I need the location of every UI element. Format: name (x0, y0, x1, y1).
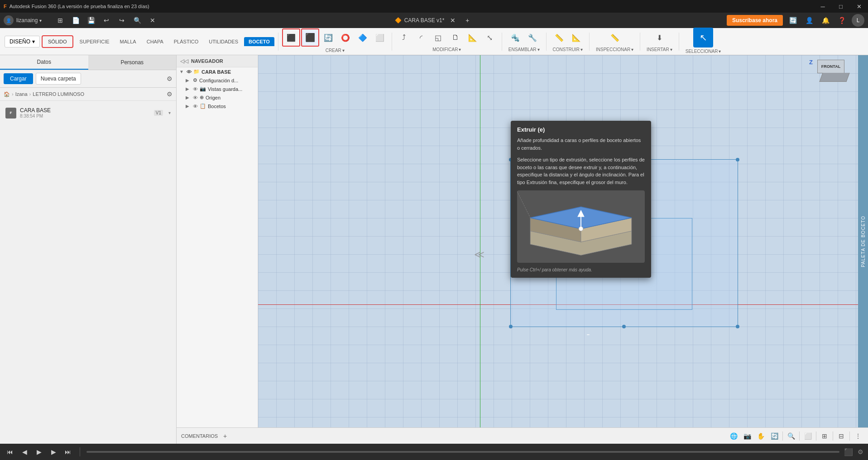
folder-settings-button[interactable]: ⚙ (167, 90, 173, 98)
tab-superficie[interactable]: SUPERFICIE (75, 37, 114, 46)
mode-tabs: SÓLIDO (42, 35, 73, 48)
vis-toggle-origen[interactable]: 👁 (193, 95, 198, 100)
tab-malla[interactable]: MALLA (115, 37, 141, 46)
close-doc-button[interactable]: ✕ (447, 14, 459, 26)
redo-button[interactable]: ↪ (116, 14, 128, 26)
assemble-tool-btn[interactable]: 🔩 (507, 29, 523, 46)
minimize-button[interactable]: ─ (814, 0, 832, 13)
ensamblar-dropdown-button[interactable]: ENSAMBLAR ▾ (506, 46, 542, 53)
chamfer-button[interactable]: ◱ (430, 29, 446, 46)
tab-utilidades[interactable]: UTILIDADES (204, 37, 243, 46)
add-comment-button[interactable]: + (223, 432, 227, 440)
nav-item-config[interactable]: ▶ ⚙ Configuración d... (177, 76, 258, 85)
settings-button[interactable]: ⚙ (167, 75, 173, 82)
rib-tool-button[interactable]: ⬜ (372, 29, 388, 46)
grid-menu-button[interactable]: ⊞ (54, 14, 66, 26)
nueva-carpeta-button[interactable]: Nueva carpeta (36, 73, 81, 85)
tab-datos[interactable]: Datos (0, 55, 88, 70)
timeline-last-button[interactable]: ⏭ (62, 446, 73, 457)
fillet-button[interactable]: ◜ (413, 29, 429, 46)
sketch-tool-button[interactable]: ⬛ (282, 28, 300, 47)
timeline-sketch-button[interactable]: ⬛ (843, 446, 854, 457)
subscribe-button[interactable]: Suscríbase ahora (727, 15, 783, 26)
version-arrow[interactable]: ▾ (168, 110, 171, 115)
construir-tool-btn[interactable]: 📏 (551, 29, 567, 46)
more-settings-button[interactable]: ⋮ (853, 431, 863, 441)
inspect-tool-btn[interactable]: 📏 (607, 29, 623, 46)
loft-tool-button[interactable]: 🔷 (355, 29, 371, 46)
orbit2-button[interactable]: 🔄 (769, 431, 780, 441)
account-button[interactable]: 👤 (803, 14, 815, 27)
close-button[interactable]: ✕ (850, 0, 868, 13)
cube-face-front[interactable]: FRONTAL (817, 60, 844, 73)
search-button[interactable]: 🔍 (131, 14, 143, 26)
construir-tool-btn-2[interactable]: 📐 (568, 29, 585, 46)
timeline-next-button[interactable]: ▶ (48, 446, 59, 457)
timeline-track[interactable] (86, 451, 839, 453)
cargar-button[interactable]: Cargar (4, 73, 33, 84)
user-profile-button[interactable]: L (852, 14, 864, 27)
vis-toggle-vistas[interactable]: 👁 (193, 86, 198, 92)
notifications-button[interactable]: 🔔 (819, 14, 832, 27)
select-tool-btn[interactable]: ↖ (693, 28, 713, 47)
file-item-cara-base[interactable]: F CARA BASE 8:38:54 PM V1 ▾ (4, 104, 173, 121)
sweep-tool-button[interactable]: ⭕ (337, 29, 354, 46)
breadcrumb-home[interactable]: 🏠 (4, 91, 10, 97)
inspeccionar-dropdown-button[interactable]: INSPECCIONAR ▾ (593, 46, 636, 53)
breadcrumb-letrero[interactable]: LETRERO LUMINOSO (33, 91, 84, 97)
orbit-button[interactable]: 🌐 (728, 431, 739, 441)
revolve-tool-button[interactable]: 🔄 (320, 29, 336, 46)
pan-button[interactable]: ✋ (755, 431, 766, 441)
press-pull-button[interactable]: ⤴ (396, 29, 412, 46)
save-button[interactable]: 💾 (85, 14, 97, 26)
assemble-tool-btn-2[interactable]: 🔧 (524, 29, 541, 46)
nav-item-vistas[interactable]: ▶ 👁 📷 Vistas guarda... (177, 85, 258, 93)
restore-button[interactable]: □ (832, 0, 850, 13)
nav-item-bocetos[interactable]: ▶ 👁 📋 Bocetos (177, 102, 258, 110)
design-dropdown-button[interactable]: DISEÑO ▾ (5, 36, 40, 47)
view-cube[interactable]: FRONTAL (817, 60, 844, 87)
timeline-settings-button[interactable]: ⚙ (858, 448, 863, 455)
view-settings-button[interactable]: ⊟ (836, 431, 847, 441)
vis-toggle-cara-base[interactable]: 👁 (187, 69, 192, 75)
nav-item-cara-base[interactable]: ▼ 👁 📁 CARA BASE (177, 67, 258, 76)
capture-button[interactable]: 📷 (742, 431, 753, 441)
modificar-dropdown-button[interactable]: MODIFICAR ▾ (430, 46, 464, 53)
viewport[interactable]: Z FRONTAL ≪ Extruir (e) Añade profundida… (258, 55, 858, 427)
scale-button[interactable]: ⤡ (482, 29, 498, 46)
breadcrumb-izana[interactable]: Izana (15, 91, 28, 97)
nav-item-origen[interactable]: ▶ 👁 ⊕ Origen (177, 93, 258, 102)
insertar-dropdown-button[interactable]: INSERTAR ▾ (644, 46, 675, 53)
vis-toggle-bocetos[interactable]: 👁 (193, 104, 198, 109)
timeline-prev-button[interactable]: ◀ (19, 446, 30, 457)
tab-solido[interactable]: SÓLIDO (43, 37, 72, 46)
close-search-button[interactable]: ✕ (147, 14, 158, 26)
help-button[interactable]: ❓ (835, 14, 848, 27)
user-dropdown-arrow[interactable]: ▾ (39, 18, 42, 23)
nav-arrows[interactable]: ≪ (474, 249, 484, 261)
vistas-icon: 📷 (200, 86, 206, 92)
extrude-tool-button[interactable]: ⬛ (301, 28, 319, 47)
crear-dropdown-button[interactable]: CREAR ▾ (323, 47, 347, 54)
help-refresh-button[interactable]: 🔄 (786, 14, 799, 27)
tab-chapa[interactable]: CHAPA (142, 37, 168, 46)
navigator-collapse-button[interactable]: ◁◁ (180, 58, 188, 64)
construir-dropdown-button[interactable]: CONSTRUIR ▾ (550, 46, 585, 53)
inspect-tools-row: 📏 (607, 29, 623, 46)
tab-plastico[interactable]: PLÁSTICO (169, 37, 203, 46)
tab-boceto[interactable]: BOCETO (244, 37, 274, 46)
timeline-first-button[interactable]: ⏮ (5, 446, 15, 457)
tab-personas[interactable]: Personas (88, 55, 177, 70)
file-menu-button[interactable]: 📄 (70, 14, 82, 26)
create-tools-row: ⬛ ⬛ 🔄 ⭕ 🔷 ⬜ (282, 28, 388, 47)
seleccionar-dropdown-button[interactable]: SELECCIONAR ▾ (683, 47, 724, 55)
display-settings-button[interactable]: ⬜ (802, 431, 813, 441)
shell-button[interactable]: 🗋 (447, 29, 464, 46)
grid-button[interactable]: ⊞ (819, 431, 830, 441)
zoom-button[interactable]: 🔍 (786, 431, 796, 441)
draft-button[interactable]: 📐 (465, 29, 481, 46)
undo-button[interactable]: ↩ (101, 14, 112, 26)
insert-tool-btn[interactable]: ⬇ (651, 29, 667, 46)
timeline-play-button[interactable]: ▶ (34, 446, 44, 457)
add-doc-button[interactable]: + (461, 14, 473, 26)
